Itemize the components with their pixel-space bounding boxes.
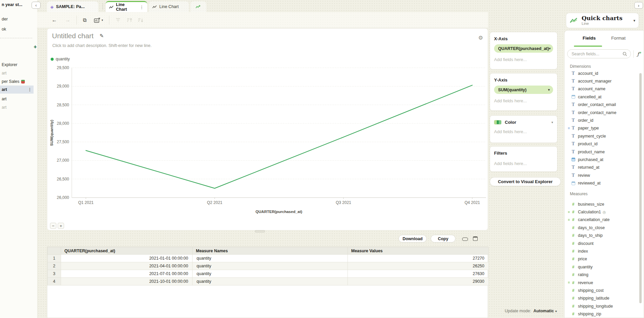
kebab-menu-icon[interactable]: ⋮	[28, 87, 32, 92]
new-chart-tab[interactable]	[191, 1, 206, 12]
measure-Calculation1[interactable]: =#Calculation1◎	[567, 208, 637, 216]
dimension-product_name[interactable]: Tproduct_name	[567, 148, 637, 156]
field-name: business_size	[578, 202, 604, 207]
color-panel: Color ▾ Add fields here...	[490, 115, 557, 143]
dimension-product_id[interactable]: Tproduct_id	[567, 140, 637, 148]
measure-price[interactable]: #price	[567, 255, 637, 263]
chevron-down-icon: ▾	[548, 88, 550, 92]
sidebar-item-label: Explorer	[2, 62, 17, 67]
dimension-account_id[interactable]: Taccount_id	[567, 69, 637, 77]
tab-line-chart-active[interactable]: Line Chart ⋮	[106, 1, 147, 12]
measure-rating[interactable]: #rating	[567, 271, 637, 279]
measure-days_to_close[interactable]: #days_to_close	[567, 224, 637, 231]
dimension-payment_cycle[interactable]: Tpayment_cycle	[567, 132, 637, 140]
sidebar-item[interactable]: art⋮	[0, 86, 34, 94]
text-icon: T	[571, 150, 576, 154]
convert-button[interactable]: Convert to Visual Explorer	[490, 177, 561, 186]
expand-panel-button[interactable]: ›	[634, 2, 643, 9]
measure-discount[interactable]: #discount	[567, 240, 637, 247]
table-row[interactable]: 32021-07-01 00:00:00quantity27630	[48, 270, 489, 278]
add-formula-button[interactable]: ƒ+	[635, 50, 643, 58]
tab-format[interactable]: Format	[611, 36, 626, 41]
update-mode-value[interactable]: Automatic	[533, 309, 554, 313]
sidebar-top-label[interactable]: n year st...	[2, 2, 22, 7]
color-dropzone[interactable]: Add fields here...	[494, 129, 553, 134]
sidebar-item[interactable]: art	[0, 69, 34, 77]
sidebar-file[interactable]: der	[2, 17, 8, 21]
dimension-order_id[interactable]: Torder_id	[567, 116, 637, 124]
text-icon: T	[571, 71, 576, 76]
quick-charts-title: Quick charts	[582, 15, 623, 21]
quick-charts-card[interactable]: Quick charts Line ▾	[566, 13, 639, 28]
back-icon[interactable]: ←	[52, 17, 57, 23]
update-mode-caret[interactable]: ▾	[555, 310, 557, 313]
text-icon: T	[571, 118, 576, 123]
table-row[interactable]: 22021-04-01 00:00:00quantity26250	[48, 262, 489, 270]
text-icon: T	[571, 142, 576, 146]
download-button[interactable]: Download	[398, 235, 427, 243]
measure-index[interactable]: #index	[567, 247, 637, 255]
quick-charts-caret[interactable]: ▾	[633, 18, 635, 23]
fields-scrollbar[interactable]	[639, 73, 642, 303]
measure-revenue[interactable]: =#revenue	[567, 279, 637, 286]
measure-shipping_zip[interactable]: #shipping_zip	[567, 310, 637, 318]
sidebar-item-label: art	[2, 71, 7, 75]
dimension-review[interactable]: Treview	[567, 171, 637, 179]
sidebar-file[interactable]: ok	[2, 27, 6, 32]
y-axis-field-pill[interactable]: SUM(quantity) ▾	[494, 86, 553, 94]
sidebar-item[interactable]: Explorer	[0, 61, 34, 69]
filters-dropzone[interactable]: Add fields here...	[494, 161, 553, 166]
dimensions-label: Dimensions	[570, 64, 591, 69]
y-axis-dropzone[interactable]: Add fields here...	[494, 98, 553, 103]
sidebar-item[interactable]: art	[0, 95, 34, 103]
quick-charts-icon	[570, 17, 578, 24]
sidebar-item[interactable]: per Sales	[0, 77, 34, 86]
field-name: purchased_at	[578, 157, 603, 162]
x-axis-field-pill[interactable]: QUARTER(purchased_at) ▾	[494, 44, 553, 53]
collapse-sidebar-button[interactable]: ‹	[32, 2, 41, 9]
field-name: shipping_zip	[578, 312, 601, 316]
dimension-order_contact_email[interactable]: Torder_contact_email	[567, 101, 637, 109]
line-chart: 26,00026,50027,00027,50028,00028,50029,0…	[47, 29, 488, 231]
tab-menu-icon[interactable]: ⋮	[140, 5, 144, 10]
dimension-cancelled_at[interactable]: cancelled_at	[567, 93, 637, 101]
table-row[interactable]: 42021-10-01 00:00:00quantity29030	[48, 278, 489, 285]
table-cell: quantity	[193, 262, 348, 270]
text-icon: T	[571, 126, 576, 130]
measure-days_to_ship[interactable]: #days_to_ship	[567, 232, 637, 240]
chevron-down-icon[interactable]: ▾	[551, 120, 553, 124]
minimize-results-icon[interactable]	[462, 237, 468, 241]
chevron-down-icon[interactable]: ▾	[102, 18, 103, 22]
dimension-reviewed_at[interactable]: reviewed_at	[567, 179, 637, 187]
dimension-order_contact_name[interactable]: Torder_contact_name	[567, 109, 637, 116]
maximize-results-icon[interactable]	[473, 236, 478, 241]
toolbar-divider	[76, 16, 77, 24]
measure-business_size[interactable]: #business_size	[567, 200, 637, 208]
measure-shipping_latitude[interactable]: #shipping_latitude	[567, 295, 637, 302]
dimension-account_name[interactable]: Taccount_name	[567, 85, 637, 93]
sidebar-item[interactable]: art	[0, 103, 34, 111]
quick-charts-subtitle: Line	[582, 21, 623, 25]
change-chart-type-icon[interactable]	[94, 17, 100, 23]
table-row[interactable]: 12021-01-01 00:00:00quantity27270	[48, 255, 489, 262]
dimension-returned_at[interactable]: Treturned_at	[567, 164, 637, 171]
measure-shipping_cost[interactable]: #shipping_cost	[567, 286, 637, 294]
duplicate-chart-icon[interactable]: ⧉	[83, 17, 87, 23]
measure-quantity[interactable]: #quantity	[567, 263, 637, 271]
tab-line-chart-2[interactable]: Line Chart	[149, 1, 189, 12]
measure-shipping_longitude[interactable]: #shipping_longitude	[567, 302, 637, 310]
text-icon: T	[571, 102, 576, 107]
dimension-paper_type[interactable]: =Tpaper_type	[567, 124, 637, 132]
copy-button[interactable]: Copy	[431, 235, 455, 243]
dimension-account_manager[interactable]: Taccount_manager	[567, 77, 637, 85]
x-axis-dropzone[interactable]: Add fields here...	[494, 57, 553, 62]
dimension-purchased_at[interactable]: purchased_at	[567, 156, 637, 163]
sidebar-add-button[interactable]: +	[32, 44, 39, 50]
tab-sample[interactable]: ◈ SAMPLE: Pa...	[47, 1, 98, 12]
resize-gripper[interactable]	[255, 230, 265, 232]
search-input[interactable]: Search fields...	[567, 49, 631, 58]
zoom-out-button[interactable]: −	[50, 223, 56, 229]
tab-fields[interactable]: Fields	[583, 36, 596, 41]
zoom-in-button[interactable]: +	[58, 223, 64, 229]
measure-cancellation_rate[interactable]: =#cancellation_rate	[567, 216, 637, 224]
